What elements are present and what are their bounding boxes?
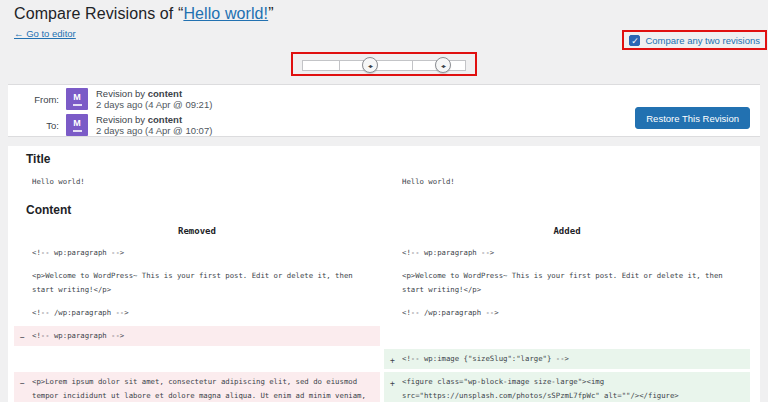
diff-text: <!-- /wp:paragraph -->: [402, 306, 750, 320]
from-revision-info: Revision by content 2 days ago (4 Apr @ …: [96, 88, 212, 111]
diff-cell-added: +<!-- wp:image {"sizeSlug":"large"} -->: [384, 349, 750, 369]
annotation-revision-slider: ◂▸ ◂▸: [291, 52, 477, 76]
to-revision-info: Revision by content 2 days ago (4 Apr @ …: [96, 114, 212, 137]
from-date: 2 days ago (4 Apr @ 09:21): [96, 99, 212, 110]
to-date: 2 days ago (4 Apr @ 10:07): [96, 125, 212, 136]
title-left-value: Hello world!: [32, 175, 380, 189]
title-right-value: Hello world!: [402, 175, 750, 189]
content-diff-table: Removed Added <!-- wp:paragraph --> <!--…: [10, 217, 754, 402]
diff-cell-left: <p>Welcome to WordPress~ This is your fi…: [14, 266, 380, 300]
go-to-editor-link[interactable]: ← Go to editor: [14, 28, 76, 39]
title-cell-left: Hello world!: [14, 172, 380, 192]
avatar-letter: M: [73, 119, 81, 128]
from-byline: Revision by content: [96, 88, 182, 99]
diff-text: <!-- wp:paragraph -->: [32, 246, 380, 260]
diff-text: <p>Lorem ipsum dolor sit amet, consectet…: [32, 375, 380, 402]
author-name: content: [148, 88, 182, 99]
author-avatar: M: [66, 88, 88, 110]
diff-row: <!-- wp:paragraph --> <!-- wp:paragraph …: [14, 243, 750, 263]
byline-prefix: Revision by: [96, 114, 148, 125]
slider-tickmark: [412, 60, 413, 71]
drag-handle-icon: ◂▸: [368, 62, 372, 69]
diff-row: +<!-- wp:image {"sizeSlug":"large"} -->: [14, 349, 750, 369]
diff-text: <!-- wp:image {"sizeSlug":"large"} -->: [402, 352, 750, 366]
minus-sign: −: [20, 331, 25, 345]
plus-sign: +: [390, 354, 395, 368]
added-column-header: Added: [384, 220, 750, 240]
slider-handle-to[interactable]: ◂▸: [435, 57, 451, 73]
diff-cell-empty: [14, 349, 380, 369]
to-label: To:: [8, 120, 66, 131]
compare-any-two-checkbox[interactable]: ✓: [629, 35, 640, 46]
plus-sign: +: [390, 377, 395, 391]
post-title-link[interactable]: Hello world!: [183, 5, 268, 22]
revisions-meta-bar: From: M Revision by content 2 days ago (…: [8, 84, 760, 137]
slider-handle-from[interactable]: ◂▸: [362, 57, 378, 73]
diff-cell-right: <!-- /wp:paragraph -->: [384, 303, 750, 323]
diff-cell-empty: [384, 326, 750, 346]
drag-handle-icon: ◂▸: [441, 62, 445, 69]
diff-cell-right: <p>Welcome to WordPress~ This is your fi…: [384, 266, 750, 300]
page-title: Compare Revisions of “Hello world!”: [14, 5, 274, 23]
diff-text: <!-- wp:paragraph -->: [32, 329, 380, 343]
diff-cell-added: +<figure class="wp-block-image size-larg…: [384, 372, 750, 402]
diff-cell-right: <!-- wp:paragraph -->: [384, 243, 750, 263]
title-section-heading: Title: [26, 152, 760, 166]
diff-cell-left: <!-- /wp:paragraph -->: [14, 303, 380, 323]
page-header: Compare Revisions of “Hello world!” ← Go…: [14, 5, 274, 41]
title-diff-table: Hello world! Hello world!: [10, 169, 754, 195]
title-row: Hello world! Hello world!: [14, 172, 750, 192]
diff-text: <!-- /wp:paragraph -->: [32, 306, 380, 320]
removed-column-header: Removed: [14, 220, 380, 240]
diff-text: <figure class="wp-block-image size-large…: [402, 375, 750, 402]
restore-revision-button[interactable]: Restore This Revision: [635, 107, 750, 129]
diff-text: <!-- wp:paragraph -->: [402, 246, 750, 260]
avatar-letter: M: [73, 93, 81, 102]
diff-row: −<p>Lorem ipsum dolor sit amet, consecte…: [14, 372, 750, 402]
annotation-compare-checkbox: ✓ Compare any two revisions: [622, 30, 767, 50]
slider-tickmark: [339, 60, 340, 71]
diff-panel: Title Hello world! Hello world! Content …: [8, 146, 760, 402]
minus-sign: −: [20, 377, 25, 391]
diff-cell-removed: −<p>Lorem ipsum dolor sit amet, consecte…: [14, 372, 380, 402]
page-title-suffix: ”: [268, 5, 273, 22]
compare-any-two-label[interactable]: Compare any two revisions: [645, 35, 760, 46]
diff-text: <p>Welcome to WordPress~ This is your fi…: [32, 269, 380, 297]
from-label: From:: [8, 94, 66, 105]
author-avatar: M: [66, 114, 88, 136]
author-name: content: [148, 114, 182, 125]
diff-row: <p>Welcome to WordPress~ This is your fi…: [14, 266, 750, 300]
page-title-prefix: Compare Revisions of “: [14, 5, 183, 22]
byline-prefix: Revision by: [96, 88, 148, 99]
content-section-heading: Content: [26, 203, 760, 217]
diff-text: <p>Welcome to WordPress~ This is your fi…: [402, 269, 750, 297]
diff-cell-left: <!-- wp:paragraph -->: [14, 243, 380, 263]
diff-row: <!-- /wp:paragraph --> <!-- /wp:paragrap…: [14, 303, 750, 323]
title-cell-right: Hello world!: [384, 172, 750, 192]
to-byline: Revision by content: [96, 114, 182, 125]
diff-row: −<!-- wp:paragraph -->: [14, 326, 750, 346]
diff-header-row: Removed Added: [14, 220, 750, 240]
diff-cell-removed: −<!-- wp:paragraph -->: [14, 326, 380, 346]
